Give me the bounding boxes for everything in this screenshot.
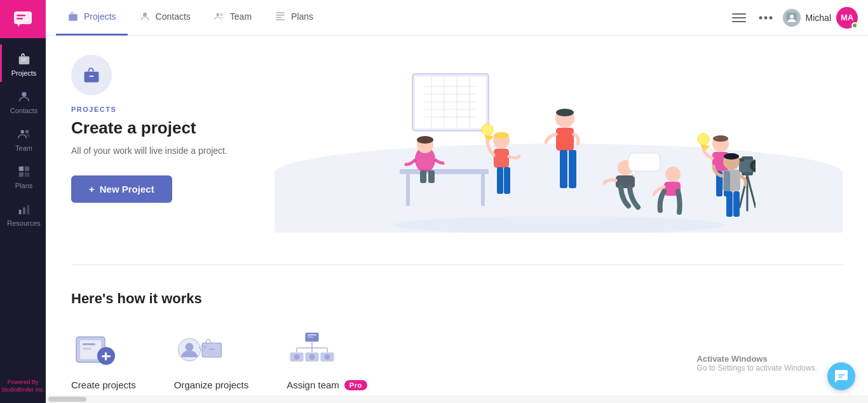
svg-rect-0: [14, 11, 32, 24]
svg-point-32: [790, 15, 794, 18]
svg-rect-36: [415, 76, 486, 128]
svg-rect-46: [400, 169, 489, 174]
svg-rect-69: [628, 153, 660, 171]
tab-projects-icon: [67, 11, 79, 22]
tab-contacts[interactable]: Contacts: [128, 0, 202, 36]
sidebar-item-plans[interactable]: Plans: [0, 157, 46, 195]
plans-icon: [17, 165, 31, 179]
svg-rect-52: [420, 170, 426, 183]
svg-point-71: [665, 167, 681, 182]
tab-projects[interactable]: Projects: [56, 0, 128, 36]
svg-rect-83: [739, 158, 744, 161]
hero-title: Create a project: [71, 118, 275, 138]
svg-rect-59: [504, 167, 510, 194]
avatar-initials: MA: [841, 13, 853, 22]
main-content: PROJECTS Create a project All of your wo…: [46, 36, 868, 403]
svg-rect-93: [733, 191, 740, 217]
chat-support-button[interactable]: [827, 362, 855, 390]
projects-icon: [17, 52, 31, 66]
svg-rect-17: [69, 14, 78, 21]
sidebar-item-projects-label: Projects: [11, 69, 37, 77]
svg-rect-107: [308, 334, 316, 336]
pro-badge: Pro: [344, 380, 367, 390]
svg-rect-101: [105, 352, 107, 360]
how-card-assign: Assign team Pro: [287, 327, 367, 390]
svg-point-51: [417, 136, 433, 144]
svg-rect-108: [308, 337, 313, 338]
svg-rect-53: [428, 170, 435, 183]
svg-rect-47: [406, 174, 410, 206]
svg-rect-14: [18, 210, 21, 214]
svg-rect-23: [276, 17, 281, 18]
tab-team[interactable]: Team: [202, 0, 263, 36]
svg-rect-27: [732, 21, 746, 22]
organize-projects-label: Organize projects: [174, 379, 249, 390]
create-projects-icon: [71, 327, 122, 372]
svg-rect-10: [18, 167, 23, 171]
svg-rect-56: [494, 149, 509, 168]
tab-plans[interactable]: Plans: [263, 0, 325, 36]
app-logo[interactable]: [0, 0, 46, 38]
chat-bubble-icon: [834, 369, 849, 384]
svg-rect-104: [202, 343, 221, 357]
svg-rect-48: [481, 174, 485, 206]
svg-point-103: [185, 343, 193, 352]
footer-brand: StudioBinder Inc.: [1, 386, 45, 394]
briefcase-icon: [82, 65, 101, 85]
footer-powered: Powered By: [1, 378, 45, 386]
svg-rect-64: [556, 128, 574, 151]
user-area[interactable]: Michal MA: [783, 7, 858, 29]
more-options-button[interactable]: [756, 13, 775, 22]
svg-point-94: [393, 216, 724, 233]
hero-section: PROJECTS Create a project All of your wo…: [46, 36, 868, 264]
assign-icon-svg: [287, 327, 337, 372]
create-projects-label: Create projects: [71, 379, 136, 390]
user-name: Michal: [806, 13, 831, 23]
sidebar-item-resources[interactable]: Resources: [0, 195, 46, 232]
svg-rect-15: [23, 207, 25, 214]
team-icon: [17, 127, 31, 141]
svg-rect-97: [83, 343, 95, 345]
sidebar-footer: Powered By StudioBinder Inc.: [1, 372, 45, 403]
create-icon-svg: [71, 327, 122, 372]
hero-left: PROJECTS Create a project All of your wo…: [71, 55, 275, 203]
svg-rect-6: [21, 60, 25, 61]
how-card-organize: Organize projects: [174, 327, 249, 390]
user-square-icon: [783, 9, 801, 27]
svg-rect-66: [569, 150, 576, 188]
sidebar-item-team[interactable]: Team: [0, 120, 46, 157]
new-project-button[interactable]: + New Project: [71, 175, 172, 203]
svg-rect-105: [208, 348, 215, 350]
svg-rect-13: [24, 172, 29, 177]
sidebar-item-resources-label: Resources: [7, 219, 41, 227]
svg-rect-26: [732, 17, 746, 18]
svg-point-7: [22, 92, 26, 97]
top-navigation: Projects Contacts Team: [46, 0, 868, 36]
svg-rect-58: [497, 167, 503, 194]
organize-projects-icon: [174, 327, 225, 372]
menu-lines-button[interactable]: [729, 8, 749, 27]
assign-team-label-row: Assign team Pro: [287, 379, 367, 390]
svg-rect-34: [89, 76, 93, 77]
sidebar-item-plans-label: Plans: [15, 182, 33, 189]
svg-rect-16: [27, 205, 29, 215]
svg-point-119: [325, 354, 330, 360]
new-project-plus: +: [89, 184, 95, 195]
how-it-works-title: Here's how it works: [71, 290, 843, 307]
tab-projects-label: Projects: [84, 11, 116, 22]
svg-rect-24: [276, 20, 285, 21]
svg-rect-25: [732, 13, 746, 15]
svg-rect-1: [17, 15, 25, 17]
sidebar-item-projects[interactable]: Projects: [0, 44, 46, 82]
how-card-create: Create projects: [71, 327, 136, 390]
sidebar-item-contacts[interactable]: Contacts: [0, 82, 46, 120]
svg-point-9: [25, 130, 29, 134]
svg-rect-98: [83, 348, 92, 350]
horizontal-scrollbar[interactable]: [46, 395, 868, 403]
scene-svg: [362, 55, 756, 233]
avatar: MA: [836, 7, 858, 29]
how-it-works-section: Here's how it works: [46, 265, 868, 403]
svg-rect-65: [560, 150, 567, 188]
horizontal-scrollbar-thumb[interactable]: [48, 397, 86, 402]
svg-rect-11: [24, 167, 29, 171]
